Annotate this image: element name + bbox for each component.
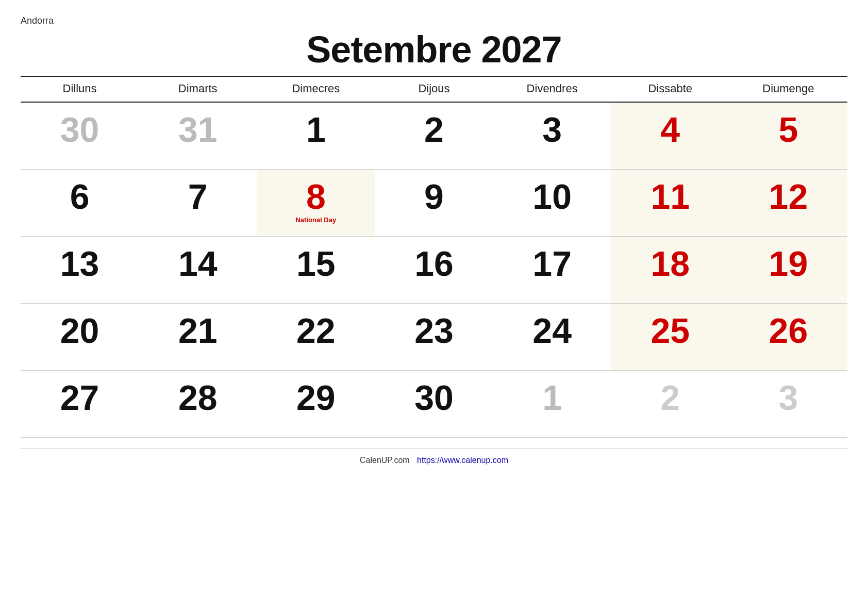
calendar-cell: 24 (493, 303, 611, 370)
day-number: 25 (616, 313, 724, 348)
calendar-cell: 18 (611, 236, 729, 303)
day-number: 23 (380, 313, 488, 348)
calendar-cell: 8National Day (257, 169, 375, 236)
calendar-cell: 20 (21, 303, 139, 370)
day-number: 14 (144, 246, 252, 281)
day-number: 15 (262, 246, 370, 281)
day-number: 4 (616, 112, 724, 147)
day-number: 10 (498, 179, 606, 214)
calendar-cell: 26 (729, 303, 847, 370)
day-number: 5 (735, 112, 842, 147)
calendar-cell: 16 (375, 236, 493, 303)
calendar-cell: 17 (493, 236, 611, 303)
day-number: 24 (498, 313, 606, 348)
calendar-cell: 19 (729, 236, 847, 303)
day-number: 6 (26, 179, 133, 214)
calendar-cell: 28 (139, 370, 257, 437)
footer-link[interactable]: https://www.calenup.com (417, 456, 508, 464)
calendar-cell: 29 (257, 370, 375, 437)
day-number: 28 (144, 380, 252, 415)
calendar-cell: 15 (257, 236, 375, 303)
day-number: 16 (380, 246, 488, 281)
day-number: 18 (616, 246, 724, 281)
calendar-cell: 5 (729, 102, 847, 169)
day-number: 17 (498, 246, 606, 281)
calendar-title: Setembre 2027 (21, 28, 847, 71)
column-header: Dimarts (139, 76, 257, 102)
calendar-cell: 2 (611, 370, 729, 437)
day-number: 3 (735, 380, 842, 415)
day-number: 20 (26, 313, 133, 348)
day-number: 30 (26, 112, 133, 147)
day-number: 8 (262, 179, 370, 214)
calendar-cell: 14 (139, 236, 257, 303)
day-number: 2 (380, 112, 488, 147)
day-number: 31 (144, 112, 252, 147)
day-number: 2 (616, 380, 724, 415)
column-header: Divendres (493, 76, 611, 102)
calendar-cell: 22 (257, 303, 375, 370)
day-number: 13 (26, 246, 133, 281)
day-number: 1 (262, 112, 370, 147)
day-number: 21 (144, 313, 252, 348)
calendar-cell: 30 (375, 370, 493, 437)
calendar-cell: 2 (375, 102, 493, 169)
column-header: Dissabte (611, 76, 729, 102)
day-number: 1 (498, 380, 606, 415)
calendar-cell: 27 (21, 370, 139, 437)
column-header: Diumenge (729, 76, 847, 102)
column-header: Dijous (375, 76, 493, 102)
day-number: 26 (735, 313, 842, 348)
calendar-cell: 1 (257, 102, 375, 169)
holiday-label: National Day (262, 216, 370, 224)
calendar-cell: 30 (21, 102, 139, 169)
calendar-cell: 3 (729, 370, 847, 437)
calendar-cell: 1 (493, 370, 611, 437)
column-header: Dimecres (257, 76, 375, 102)
calendar-cell: 13 (21, 236, 139, 303)
day-number: 27 (26, 380, 133, 415)
day-number: 9 (380, 179, 488, 214)
calendar-cell: 6 (21, 169, 139, 236)
day-number: 30 (380, 380, 488, 415)
calendar-cell: 21 (139, 303, 257, 370)
calendar-cell: 9 (375, 169, 493, 236)
calendar-cell: 23 (375, 303, 493, 370)
country-label: Andorra (21, 15, 847, 26)
footer-brand: CalenUP.com (360, 456, 410, 464)
day-number: 22 (262, 313, 370, 348)
calendar-cell: 12 (729, 169, 847, 236)
calendar-cell: 4 (611, 102, 729, 169)
calendar-cell: 3 (493, 102, 611, 169)
calendar-cell: 11 (611, 169, 729, 236)
day-number: 12 (735, 179, 842, 214)
calendar-table: DillunsDimartsDimecresDijousDivendresDis… (21, 76, 847, 438)
calendar-cell: 31 (139, 102, 257, 169)
day-number: 11 (616, 179, 724, 214)
footer: CalenUP.com https://www.calenup.com (21, 448, 847, 465)
column-header: Dilluns (21, 76, 139, 102)
calendar-cell: 7 (139, 169, 257, 236)
day-number: 19 (735, 246, 842, 281)
day-number: 29 (262, 380, 370, 415)
calendar-cell: 25 (611, 303, 729, 370)
day-number: 7 (144, 179, 252, 214)
day-number: 3 (498, 112, 606, 147)
calendar-cell: 10 (493, 169, 611, 236)
